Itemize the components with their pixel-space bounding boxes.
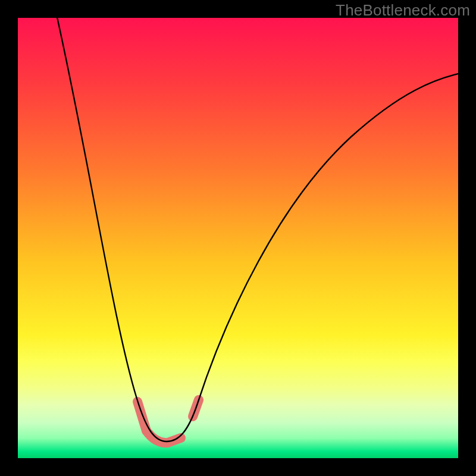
marker-group (137, 400, 199, 443)
chart-curve-layer (18, 18, 458, 458)
watermark-text: TheBottleneck.com (336, 1, 470, 20)
chart-frame (18, 18, 458, 458)
bottleneck-curve (56, 18, 458, 441)
